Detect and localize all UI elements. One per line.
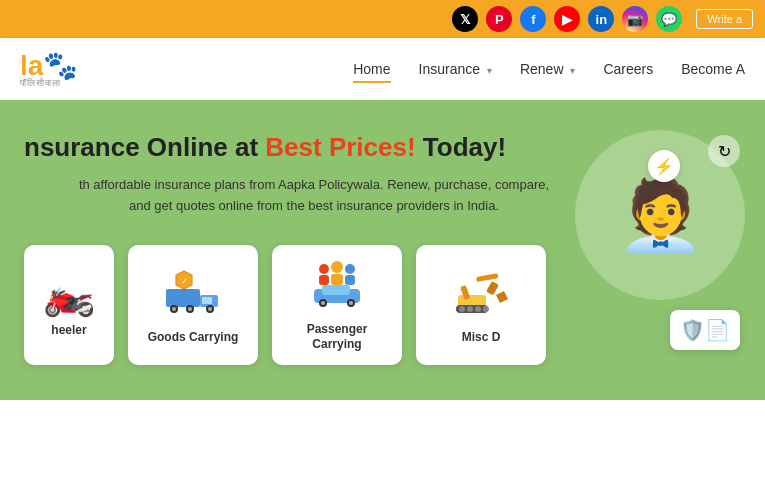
card-goods-carrying[interactable]: ✓ Goods Carrying	[128, 245, 258, 365]
navbar: la🐾 पॉलिसीवाला Home Insurance ▾ Renew ▾ …	[0, 38, 765, 100]
hero-figure: 🧑‍💼 ⚡ ↻ 🛡️📄	[565, 120, 765, 380]
x-twitter-icon[interactable]: 𝕏	[452, 6, 478, 32]
svg-rect-14	[331, 274, 343, 285]
passenger-carrying-label: Passenger Carrying	[282, 322, 392, 353]
svg-point-10	[208, 307, 212, 311]
svg-point-31	[475, 306, 481, 312]
facebook-icon[interactable]: f	[520, 6, 546, 32]
svg-marker-27	[496, 291, 508, 303]
svg-point-11	[319, 264, 329, 274]
goods-carrying-icon: ✓	[164, 267, 222, 322]
write-button[interactable]: Write a	[696, 9, 753, 29]
hero-title-prefix: nsurance Online at	[24, 132, 265, 162]
hero-content: nsurance Online at Best Prices! Today! t…	[24, 132, 604, 217]
svg-rect-16	[345, 275, 355, 285]
svg-point-30	[467, 306, 473, 312]
passenger-carrying-icon	[308, 259, 366, 314]
misc-d-icon	[452, 267, 510, 322]
svg-point-29	[459, 306, 465, 312]
hero-section: nsurance Online at Best Prices! Today! t…	[0, 100, 765, 400]
svg-rect-2	[166, 289, 200, 307]
document-icon: 🛡️📄	[670, 310, 740, 350]
misc-d-label: Misc D	[462, 330, 501, 346]
arrows-icon: ↻	[708, 135, 740, 167]
svg-point-15	[345, 264, 355, 274]
card-passenger-carrying[interactable]: Passenger Carrying	[272, 245, 402, 365]
svg-rect-26	[486, 281, 499, 295]
svg-text:✓: ✓	[181, 277, 188, 286]
svg-point-6	[172, 307, 176, 311]
youtube-icon[interactable]: ▶	[554, 6, 580, 32]
svg-point-22	[349, 301, 353, 305]
instagram-icon[interactable]: 📷	[622, 6, 648, 32]
hero-title: nsurance Online at Best Prices! Today!	[24, 132, 604, 163]
nav-insurance[interactable]: Insurance ▾	[419, 60, 492, 78]
whatsapp-icon[interactable]: 💬	[656, 6, 682, 32]
nav-careers[interactable]: Careers	[603, 60, 653, 78]
figure-person: 🧑‍💼	[617, 174, 704, 256]
svg-point-32	[483, 306, 489, 312]
svg-rect-4	[202, 297, 212, 304]
logo-text: la🐾	[20, 50, 78, 81]
linkedin-icon[interactable]: in	[588, 6, 614, 32]
nav-home[interactable]: Home	[353, 60, 390, 78]
card-misc-d[interactable]: Misc D	[416, 245, 546, 365]
svg-rect-18	[322, 285, 350, 295]
hero-title-suffix: Today!	[416, 132, 507, 162]
svg-rect-12	[319, 275, 329, 285]
svg-point-20	[321, 301, 325, 305]
two-wheeler-icon: 🏍️	[43, 273, 95, 315]
svg-point-8	[188, 307, 192, 311]
svg-rect-25	[476, 273, 499, 282]
nav-links: Home Insurance ▾ Renew ▾ Careers Become …	[353, 60, 745, 78]
pinterest-icon[interactable]: P	[486, 6, 512, 32]
svg-point-13	[331, 261, 343, 273]
two-wheeler-label: heeler	[51, 323, 86, 339]
card-two-wheeler[interactable]: 🏍️ heeler	[24, 245, 114, 365]
nav-renew[interactable]: Renew ▾	[520, 60, 575, 78]
lightning-icon: ⚡	[648, 150, 680, 182]
top-social-bar: 𝕏 P f ▶ in 📷 💬 Write a	[0, 0, 765, 38]
hero-subtitle: th affordable insurance plans from Aapka…	[74, 175, 554, 217]
goods-carrying-label: Goods Carrying	[148, 330, 239, 346]
hero-title-brand: Best Prices!	[265, 132, 415, 162]
nav-become[interactable]: Become A	[681, 60, 745, 78]
logo: la🐾 पॉलिसीवाला	[20, 49, 78, 89]
